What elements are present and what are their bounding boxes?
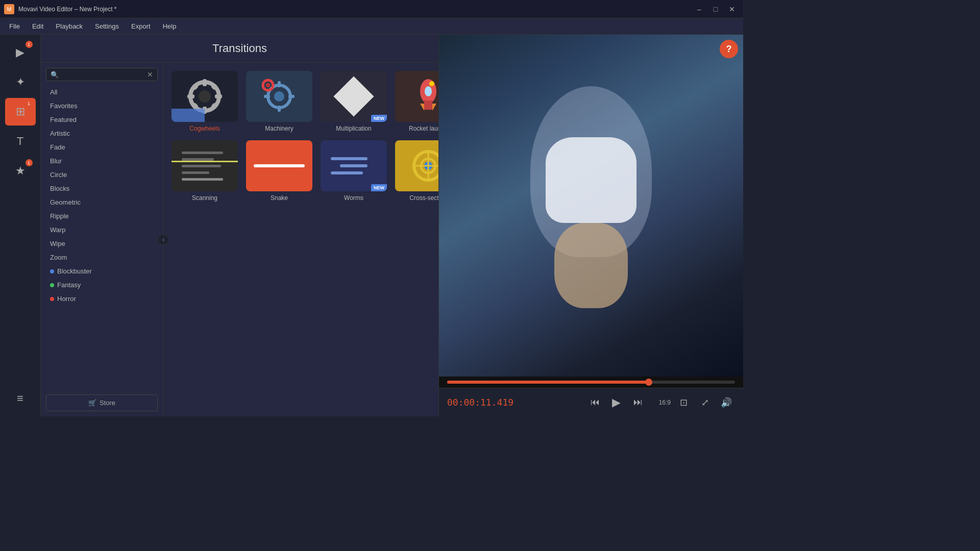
filter-geometric[interactable]: Geometric: [46, 196, 158, 208]
maximize-button[interactable]: □: [708, 2, 723, 16]
main-area: ▶ 1 ✦ ⊞ 1 T ★ 1 ≡ Transitions 🔍: [0, 35, 743, 416]
transport-buttons: ⏮ ▶ ⏭: [586, 394, 647, 411]
svg-point-23: [429, 81, 434, 86]
filter-blockbuster[interactable]: Blockbuster: [46, 265, 158, 277]
snake-label: Snake: [271, 194, 288, 202]
filter-horror[interactable]: Horror: [46, 293, 158, 305]
fantasy-dot: [50, 283, 54, 287]
filter-blur[interactable]: Blur: [46, 155, 158, 167]
cogwheels-thumb: [172, 71, 238, 122]
menu-settings[interactable]: Settings: [90, 20, 124, 32]
filter-fantasy[interactable]: Fantasy: [46, 279, 158, 291]
filter-featured[interactable]: Featured: [46, 114, 158, 126]
preview-video: ?: [439, 35, 743, 377]
svg-point-17: [266, 83, 270, 87]
transport-right: 16:9 ⊡ ⤢ 🔊: [655, 394, 735, 411]
search-icon: 🔍: [51, 71, 59, 79]
sidebar-item-video[interactable]: ▶ 1: [5, 39, 36, 66]
rocket-label: Rocket launch: [409, 125, 438, 132]
help-button[interactable]: ?: [720, 40, 738, 58]
filter-favorites[interactable]: Favorites: [46, 100, 158, 112]
filter-wipe[interactable]: Wipe: [46, 238, 158, 249]
store-button[interactable]: 🛒 Store: [46, 394, 158, 411]
transition-snake[interactable]: Snake: [246, 140, 312, 202]
transitions-content: 🔍 ✕ All Favorites Featured Artistic Fade…: [41, 63, 438, 416]
filter-fade[interactable]: Fade: [46, 141, 158, 153]
video-icon: ▶: [16, 46, 24, 59]
close-button[interactable]: ✕: [725, 2, 739, 16]
sidebar-item-transitions[interactable]: ⊞ 1: [5, 98, 36, 126]
sidebar-item-stickers[interactable]: ★ 1: [5, 157, 36, 185]
worms-label: Worms: [344, 194, 363, 202]
menu-file[interactable]: File: [4, 20, 25, 32]
svg-point-11: [274, 91, 284, 102]
transition-cross-section[interactable]: NEW Cross-section: [395, 140, 438, 202]
sidebar-item-effects[interactable]: ✦: [5, 68, 36, 96]
menu-export[interactable]: Export: [126, 20, 156, 32]
time-display: 00:00:11.419: [447, 397, 513, 408]
svg-marker-21: [432, 104, 436, 111]
transition-scanning[interactable]: Scanning: [172, 140, 238, 202]
worms-thumb: NEW: [321, 140, 387, 191]
svg-rect-12: [278, 81, 281, 87]
filter-blocks[interactable]: Blocks: [46, 183, 158, 194]
sidebar-item-menu[interactable]: ≡: [5, 385, 36, 412]
progress-bar-container: [439, 377, 743, 388]
play-button[interactable]: ▶: [608, 394, 625, 411]
sidebar-item-titles[interactable]: T: [5, 128, 36, 155]
multiplication-thumb: NEW: [321, 71, 387, 122]
new-badge: NEW: [371, 115, 387, 122]
transition-machinery[interactable]: Machinery: [246, 71, 312, 132]
svg-rect-2: [203, 79, 207, 86]
filter-sidebar: 🔍 ✕ All Favorites Featured Artistic Fade…: [41, 63, 163, 416]
blockbuster-dot: [50, 269, 54, 273]
transition-multiplication[interactable]: NEW Multiplication: [321, 71, 387, 132]
filter-warp[interactable]: Warp: [46, 224, 158, 236]
skip-back-button[interactable]: ⏮: [586, 394, 604, 411]
app-icon: M: [4, 4, 14, 14]
filter-all[interactable]: All: [46, 86, 158, 98]
svg-rect-5: [215, 94, 222, 98]
filter-ripple[interactable]: Ripple: [46, 210, 158, 222]
progress-fill: [447, 381, 649, 384]
star-icon: ★: [15, 164, 26, 178]
filter-artistic[interactable]: Artistic: [46, 128, 158, 139]
menubar: File Edit Playback Settings Export Help: [0, 18, 743, 35]
fullscreen-button[interactable]: ⊡: [675, 394, 692, 411]
aspect-label: 16:9: [659, 399, 671, 406]
transition-cogwheels[interactable]: Cogwheels: [172, 71, 238, 132]
skip-forward-button[interactable]: ⏭: [629, 394, 647, 411]
menu-help[interactable]: Help: [158, 20, 182, 32]
search-input[interactable]: [62, 71, 144, 78]
filter-circle[interactable]: Circle: [46, 169, 158, 181]
svg-marker-20: [420, 104, 424, 111]
preview-area: ? 00:00:11.419 ⏮ ▶ ⏭ 16:9 ⊡ ⤢ 🔊: [439, 35, 743, 416]
collapse-button[interactable]: ‹: [158, 234, 169, 245]
menu-playback[interactable]: Playback: [51, 20, 88, 32]
scanning-label: Scanning: [192, 194, 217, 202]
transitions-panel: Transitions 🔍 ✕ All Favorites Featured A…: [41, 35, 439, 416]
transition-rocket[interactable]: NEW Rocket launch: [395, 71, 438, 132]
rocket-thumb: NEW: [395, 71, 438, 122]
snake-thumb: [246, 140, 312, 191]
menu-edit[interactable]: Edit: [27, 20, 48, 32]
volume-button[interactable]: 🔊: [718, 394, 735, 411]
svg-point-1: [199, 90, 211, 103]
machinery-label: Machinery: [265, 125, 293, 132]
scanning-thumb: [172, 140, 238, 191]
progress-thumb: [645, 379, 652, 386]
transport-controls: 00:00:11.419 ⏮ ▶ ⏭ 16:9 ⊡ ⤢ 🔊: [439, 388, 743, 416]
cogwheels-label: Cogwheels: [189, 125, 219, 132]
svg-rect-15: [288, 95, 295, 98]
transition-worms[interactable]: NEW Worms: [321, 140, 387, 202]
progress-bar[interactable]: [447, 381, 735, 384]
cross-section-thumb: NEW: [395, 140, 438, 191]
filter-zoom[interactable]: Zoom: [46, 252, 158, 263]
new-badge: NEW: [371, 184, 387, 191]
minimize-button[interactable]: –: [692, 2, 706, 16]
cross-section-label: Cross-section: [409, 194, 438, 202]
expand-button[interactable]: ⤢: [696, 394, 714, 411]
search-clear-icon[interactable]: ✕: [147, 70, 153, 79]
app-title: Movavi Video Editor – New Project *: [18, 6, 117, 13]
svg-rect-14: [264, 95, 270, 98]
